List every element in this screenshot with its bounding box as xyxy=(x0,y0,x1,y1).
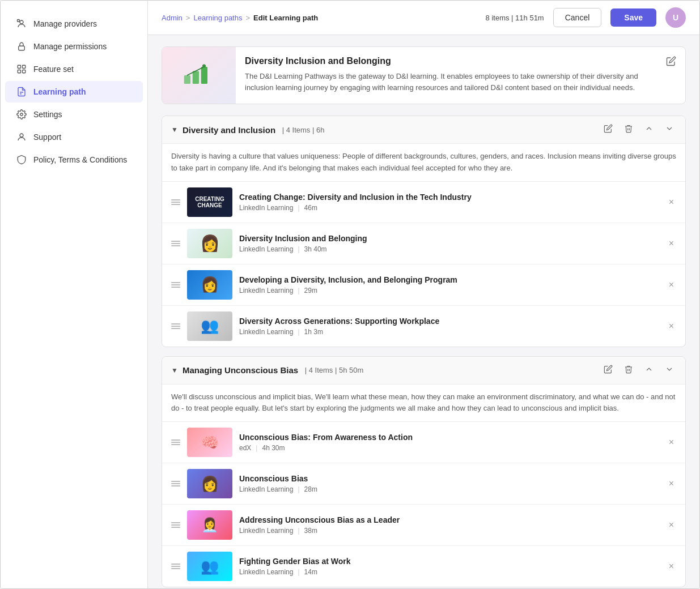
sidebar-item-settings[interactable]: Settings xyxy=(5,104,143,125)
course-info: Fighting Gender Bias at Work LinkedIn Le… xyxy=(239,557,660,576)
drag-handle-icon[interactable] xyxy=(171,439,180,445)
course-thumbnail: CREATINGCHANGE xyxy=(187,187,232,217)
remove-course-button[interactable]: × xyxy=(667,195,676,210)
sidebar-item-feature-set-label: Feature set xyxy=(33,65,74,74)
items-info: 8 items | 11h 51m xyxy=(486,14,544,22)
course-title: Diversity Inclusion and Belonging xyxy=(239,234,660,243)
svg-point-10 xyxy=(20,134,23,137)
course-provider: LinkedIn Learning xyxy=(239,204,293,212)
meta-separator: | xyxy=(298,568,299,576)
course-item: 👩 Developing a Diversity, Inclusion, and… xyxy=(162,264,685,306)
move-up-icon[interactable] xyxy=(642,364,656,377)
move-down-icon[interactable] xyxy=(663,123,676,136)
course-meta: LinkedIn Learning | 38m xyxy=(239,527,660,535)
section-meta-bias: | 4 Items | 5h 50m xyxy=(303,366,363,374)
chevron-down-icon[interactable]: ▼ xyxy=(171,366,178,374)
delete-section-button[interactable] xyxy=(622,123,635,136)
remove-course-button[interactable]: × xyxy=(667,559,676,574)
edit-section-button[interactable] xyxy=(601,123,615,136)
course-duration: 28m xyxy=(304,485,317,493)
chevron-down-icon[interactable]: ▼ xyxy=(171,126,178,134)
document-icon xyxy=(16,87,27,97)
remove-course-button[interactable]: × xyxy=(667,518,676,532)
breadcrumb-sep1: > xyxy=(186,14,190,22)
course-meta: LinkedIn Learning | 28m xyxy=(239,485,660,493)
remove-course-button[interactable]: × xyxy=(667,278,676,292)
section-description-bias: We'll discuss unconscious and implicit b… xyxy=(162,385,685,422)
breadcrumb-learning-paths[interactable]: Learning paths xyxy=(193,14,242,22)
course-meta: LinkedIn Learning | 3h 40m xyxy=(239,245,660,253)
course-provider: LinkedIn Learning xyxy=(239,328,293,336)
drag-handle-icon[interactable] xyxy=(171,241,180,246)
drag-handle-icon[interactable] xyxy=(171,481,180,486)
course-meta: LinkedIn Learning | 46m xyxy=(239,204,660,212)
course-meta: edX | 4h 30m xyxy=(239,444,660,452)
sidebar-item-feature-set[interactable]: Feature set xyxy=(5,58,143,80)
app-container: Manage providers Manage permissions Feat… xyxy=(0,0,700,589)
meta-separator: | xyxy=(298,485,299,493)
main-content: Admin > Learning paths > Edit Learning p… xyxy=(148,1,699,588)
sidebar-item-policy-label: Policy, Terms & Conditions xyxy=(33,155,127,164)
course-provider: LinkedIn Learning xyxy=(239,527,293,535)
section-actions-bias xyxy=(601,364,676,377)
move-up-icon[interactable] xyxy=(642,123,656,136)
meta-separator: | xyxy=(256,444,257,452)
course-title: Creating Change: Diversity and Inclusion… xyxy=(239,193,660,202)
course-provider: LinkedIn Learning xyxy=(239,245,293,253)
section-title-bias: Managing Unconscious Bias xyxy=(183,365,298,375)
course-thumbnail: 🧠 xyxy=(187,428,232,457)
course-duration: 4h 30m xyxy=(262,444,285,452)
drag-handle-icon[interactable] xyxy=(171,323,180,329)
drag-handle-icon[interactable] xyxy=(171,522,180,528)
save-button[interactable]: Save xyxy=(610,8,656,27)
svg-rect-13 xyxy=(201,67,207,84)
course-info: Diversity Inclusion and Belonging Linked… xyxy=(239,234,660,253)
banner-edit-button[interactable] xyxy=(657,47,685,78)
course-duration: 3h 40m xyxy=(304,245,327,253)
sidebar-item-manage-providers-label: Manage providers xyxy=(33,19,97,28)
sidebar-item-support[interactable]: Support xyxy=(5,126,143,148)
remove-course-button[interactable]: × xyxy=(667,476,676,491)
move-down-icon[interactable] xyxy=(663,364,676,377)
course-info: Diversity Across Generations: Supporting… xyxy=(239,317,660,336)
course-item: 👩‍💼 Addressing Unconscious Bias as a Lea… xyxy=(162,505,685,546)
course-thumbnail: 👩 xyxy=(187,270,232,300)
course-title: Diversity Across Generations: Supporting… xyxy=(239,317,660,326)
sidebar-item-settings-label: Settings xyxy=(33,110,62,119)
learning-path-banner: Diversity Inclusion and Belonging The D&… xyxy=(162,46,686,104)
section-diversity-inclusion: ▼ Diversity and Inclusion | 4 Items | 6h xyxy=(162,116,686,347)
edit-section-button[interactable] xyxy=(601,364,615,377)
sidebar-item-manage-permissions-label: Manage permissions xyxy=(33,42,107,51)
lock-icon xyxy=(16,41,27,52)
sidebar-item-learning-path[interactable]: Learning path xyxy=(5,81,143,103)
course-info: Unconscious Bias: From Awareness to Acti… xyxy=(239,433,660,452)
course-duration: 14m xyxy=(304,568,317,576)
sidebar-item-manage-permissions[interactable]: Manage permissions xyxy=(5,36,143,57)
breadcrumb-admin[interactable]: Admin xyxy=(162,14,183,22)
svg-rect-4 xyxy=(23,65,26,68)
drag-handle-icon[interactable] xyxy=(171,564,180,569)
svg-rect-1 xyxy=(18,20,20,22)
grid-icon xyxy=(16,64,27,74)
sidebar-item-policy[interactable]: Policy, Terms & Conditions xyxy=(5,149,143,170)
breadcrumb-sep2: > xyxy=(245,14,250,22)
svg-rect-11 xyxy=(184,75,190,84)
section-description-diversity: Diversity is having a culture that value… xyxy=(162,144,685,182)
svg-rect-5 xyxy=(18,70,20,73)
cancel-button[interactable]: Cancel xyxy=(553,8,602,27)
course-meta: LinkedIn Learning | 1h 3m xyxy=(239,328,660,336)
remove-course-button[interactable]: × xyxy=(667,435,676,450)
scroll-area: Diversity Inclusion and Belonging The D&… xyxy=(148,35,699,588)
drag-handle-icon[interactable] xyxy=(171,199,180,205)
delete-section-button[interactable] xyxy=(622,364,635,377)
remove-course-button[interactable]: × xyxy=(667,236,676,251)
section-meta-diversity: | 4 Items | 6h xyxy=(280,126,324,134)
settings-icon xyxy=(16,109,27,119)
course-provider: LinkedIn Learning xyxy=(239,568,293,576)
remove-course-button[interactable]: × xyxy=(667,319,676,334)
avatar[interactable]: U xyxy=(665,7,686,28)
drag-handle-icon[interactable] xyxy=(171,282,180,288)
sidebar-item-manage-providers[interactable]: Manage providers xyxy=(5,13,143,35)
course-duration: 1h 3m xyxy=(304,328,323,336)
course-thumbnail: 👩‍💼 xyxy=(187,510,232,540)
